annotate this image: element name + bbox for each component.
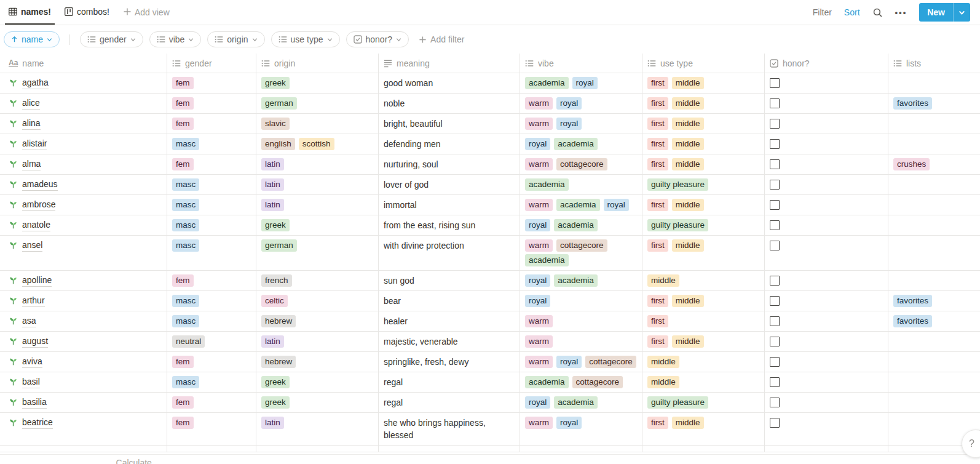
cell-origin[interactable]: german xyxy=(256,236,379,270)
cell-name[interactable]: aviva xyxy=(0,352,167,372)
cell-name[interactable]: alistair xyxy=(0,134,167,154)
cell-origin[interactable]: latin xyxy=(256,332,379,351)
honor-checkbox[interactable] xyxy=(770,296,780,306)
cell-honor[interactable] xyxy=(765,154,888,174)
cell-origin[interactable]: greek xyxy=(256,73,379,93)
cell-name[interactable]: asa xyxy=(0,311,167,331)
cell-use_type[interactable]: middle xyxy=(642,271,765,290)
cell-lists[interactable] xyxy=(888,73,980,93)
new-button[interactable]: New xyxy=(919,3,970,22)
cell-gender[interactable]: masc xyxy=(167,134,256,154)
search-icon[interactable] xyxy=(872,7,883,18)
cell-name[interactable]: alice xyxy=(0,94,167,113)
name-link[interactable]: basilia xyxy=(22,396,47,409)
cell-gender[interactable]: fem xyxy=(167,393,256,412)
cell-origin[interactable]: greek xyxy=(256,372,379,392)
cell-origin[interactable]: greek xyxy=(256,393,379,412)
cell-meaning[interactable]: bright, beautiful xyxy=(379,114,520,134)
filter-chip-honor[interactable]: honor? xyxy=(346,31,409,47)
cell-lists[interactable] xyxy=(888,195,980,215)
cell-honor[interactable] xyxy=(765,332,888,351)
cell-lists[interactable]: favorites xyxy=(888,94,980,113)
name-link[interactable]: amadeus xyxy=(22,178,58,191)
honor-checkbox[interactable] xyxy=(770,337,780,346)
cell-vibe[interactable]: royalacademia xyxy=(520,271,642,290)
cell-honor[interactable] xyxy=(765,73,888,93)
cell-lists[interactable] xyxy=(888,372,980,392)
cell-meaning[interactable]: springlike, fresh, dewy xyxy=(379,352,520,372)
honor-checkbox[interactable] xyxy=(770,398,780,407)
add-filter-button[interactable]: Add filter xyxy=(419,34,464,44)
honor-checkbox[interactable] xyxy=(770,276,780,286)
cell-gender[interactable]: masc xyxy=(167,372,256,392)
column-header-lists[interactable]: lists xyxy=(888,54,980,73)
honor-checkbox[interactable] xyxy=(770,220,780,230)
cell-lists[interactable] xyxy=(888,215,980,235)
cell-gender[interactable]: fem xyxy=(167,352,256,372)
cell-gender[interactable]: fem xyxy=(167,114,256,134)
cell-origin[interactable]: hebrew xyxy=(256,352,379,372)
cell-honor[interactable] xyxy=(765,236,888,270)
honor-checkbox[interactable] xyxy=(770,159,780,169)
filter-chip-gender[interactable]: gender xyxy=(80,31,143,47)
new-dropdown-chevron-icon[interactable] xyxy=(953,3,970,22)
cell-origin[interactable]: latin xyxy=(256,195,379,215)
cell-vibe[interactable]: warmroyal xyxy=(520,413,642,445)
cell-honor[interactable] xyxy=(765,393,888,412)
cell-name[interactable]: august xyxy=(0,332,167,351)
cell-gender[interactable]: fem xyxy=(167,154,256,174)
cell-honor[interactable] xyxy=(765,413,888,445)
cell-vibe[interactable]: warmroyal xyxy=(520,114,642,134)
cell-gender[interactable]: masc xyxy=(167,195,256,215)
honor-checkbox[interactable] xyxy=(770,180,780,190)
honor-checkbox[interactable] xyxy=(770,200,780,210)
cell-honor[interactable] xyxy=(765,215,888,235)
cell-meaning[interactable]: lover of god xyxy=(379,175,520,194)
cell-gender[interactable]: masc xyxy=(167,311,256,331)
honor-checkbox[interactable] xyxy=(770,357,780,367)
cell-name[interactable]: alina xyxy=(0,114,167,134)
cell-name[interactable]: beatrice xyxy=(0,413,167,445)
cell-use_type[interactable]: first xyxy=(642,311,765,331)
cell-lists[interactable] xyxy=(888,352,980,372)
cell-honor[interactable] xyxy=(765,114,888,134)
cell-meaning[interactable]: regal xyxy=(379,372,520,392)
honor-checkbox[interactable] xyxy=(770,377,780,387)
cell-origin[interactable]: french xyxy=(256,271,379,290)
cell-meaning[interactable]: noble xyxy=(379,94,520,113)
cell-meaning[interactable]: good woman xyxy=(379,73,520,93)
cell-meaning[interactable]: she who brings happiness, blessed xyxy=(379,413,520,445)
name-link[interactable]: basil xyxy=(22,376,40,388)
cell-meaning[interactable]: nurturing, soul xyxy=(379,154,520,174)
more-options-icon[interactable]: ••• xyxy=(895,8,907,17)
cell-gender[interactable]: fem xyxy=(167,271,256,290)
cell-gender[interactable]: fem xyxy=(167,94,256,113)
cell-name[interactable]: arthur xyxy=(0,291,167,311)
cell-name[interactable]: ansel xyxy=(0,236,167,270)
cell-vibe[interactable]: royalacademia xyxy=(520,393,642,412)
add-view-button[interactable]: Add view xyxy=(119,7,173,18)
cell-lists[interactable] xyxy=(888,236,980,270)
column-header-honor[interactable]: honor? xyxy=(765,54,888,73)
cell-origin[interactable]: latin xyxy=(256,175,379,194)
honor-checkbox[interactable] xyxy=(770,241,780,250)
cell-lists[interactable] xyxy=(888,271,980,290)
cell-honor[interactable] xyxy=(765,134,888,154)
honor-checkbox[interactable] xyxy=(770,78,780,88)
name-link[interactable]: ambrose xyxy=(22,199,55,211)
cell-use_type[interactable]: guilty pleasure xyxy=(642,215,765,235)
cell-meaning[interactable]: healer xyxy=(379,311,520,331)
filter-chip-usetype[interactable]: use type xyxy=(271,31,340,47)
cell-gender[interactable]: neutral xyxy=(167,332,256,351)
column-header-use_type[interactable]: use type xyxy=(642,54,765,73)
cell-honor[interactable] xyxy=(765,195,888,215)
name-link[interactable]: alina xyxy=(22,118,41,130)
cell-gender[interactable]: masc xyxy=(167,236,256,270)
cell-origin[interactable]: celtic xyxy=(256,291,379,311)
honor-checkbox[interactable] xyxy=(770,98,780,108)
cell-honor[interactable] xyxy=(765,94,888,113)
column-header-name[interactable]: Aaname xyxy=(0,54,167,73)
cell-lists[interactable] xyxy=(888,114,980,134)
calculate-button[interactable]: Calculate ⌄ xyxy=(0,458,167,464)
cell-lists[interactable] xyxy=(888,393,980,412)
